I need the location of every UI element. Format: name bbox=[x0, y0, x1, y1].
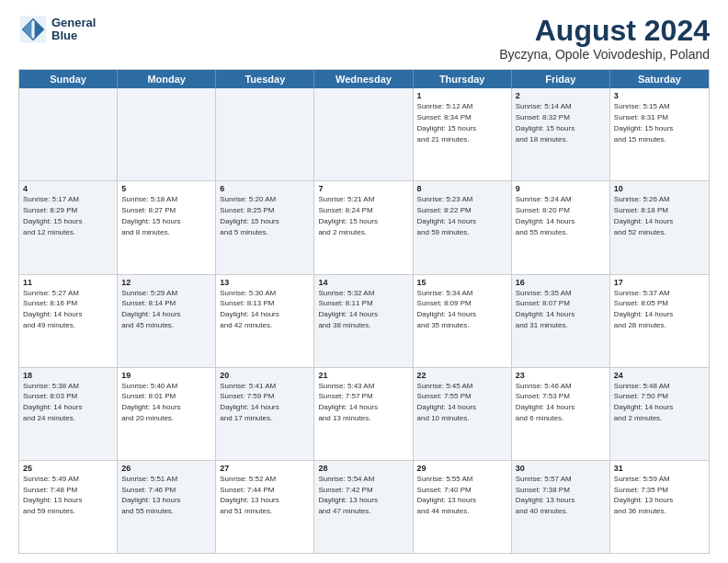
day-number: 26 bbox=[121, 464, 211, 473]
title-block: August 2024 Byczyna, Opole Voivodeship, … bbox=[499, 15, 710, 62]
day-cell-16: 16Sunrise: 5:35 AM Sunset: 8:07 PM Dayli… bbox=[512, 275, 610, 367]
day-number: 14 bbox=[318, 278, 408, 287]
day-info: Sunrise: 5:26 AM Sunset: 8:18 PM Dayligh… bbox=[614, 195, 673, 236]
day-cell-25: 25Sunrise: 5:49 AM Sunset: 7:48 PM Dayli… bbox=[19, 461, 118, 553]
week-row-5: 25Sunrise: 5:49 AM Sunset: 7:48 PM Dayli… bbox=[19, 461, 709, 553]
week-row-1: 1Sunrise: 5:12 AM Sunset: 8:34 PM Daylig… bbox=[19, 88, 709, 181]
day-number: 9 bbox=[516, 184, 606, 193]
header-day-sunday: Sunday bbox=[19, 70, 118, 88]
day-info: Sunrise: 5:17 AM Sunset: 8:29 PM Dayligh… bbox=[23, 195, 82, 236]
day-number: 28 bbox=[318, 464, 408, 473]
calendar-body: 1Sunrise: 5:12 AM Sunset: 8:34 PM Daylig… bbox=[19, 88, 709, 553]
day-cell-5: 5Sunrise: 5:18 AM Sunset: 8:27 PM Daylig… bbox=[118, 181, 216, 273]
day-cell-10: 10Sunrise: 5:26 AM Sunset: 8:18 PM Dayli… bbox=[610, 181, 709, 273]
empty-cell-0-3 bbox=[314, 88, 413, 180]
week-row-4: 18Sunrise: 5:38 AM Sunset: 8:03 PM Dayli… bbox=[19, 368, 709, 461]
day-cell-27: 27Sunrise: 5:52 AM Sunset: 7:44 PM Dayli… bbox=[216, 461, 314, 553]
day-info: Sunrise: 5:43 AM Sunset: 7:57 PM Dayligh… bbox=[318, 382, 377, 422]
day-cell-2: 2Sunrise: 5:14 AM Sunset: 8:32 PM Daylig… bbox=[512, 88, 610, 180]
day-number: 23 bbox=[516, 371, 606, 380]
day-number: 1 bbox=[417, 91, 507, 100]
header-day-wednesday: Wednesday bbox=[314, 70, 413, 88]
day-info: Sunrise: 5:37 AM Sunset: 8:05 PM Dayligh… bbox=[614, 289, 673, 329]
day-number: 7 bbox=[318, 184, 408, 193]
logo: General Blue bbox=[18, 15, 96, 44]
empty-cell-0-0 bbox=[19, 88, 118, 180]
logo-icon bbox=[18, 15, 48, 44]
day-cell-20: 20Sunrise: 5:41 AM Sunset: 7:59 PM Dayli… bbox=[216, 368, 314, 460]
day-info: Sunrise: 5:27 AM Sunset: 8:16 PM Dayligh… bbox=[23, 289, 82, 329]
day-number: 24 bbox=[614, 371, 705, 380]
day-cell-21: 21Sunrise: 5:43 AM Sunset: 7:57 PM Dayli… bbox=[314, 368, 413, 460]
day-cell-26: 26Sunrise: 5:51 AM Sunset: 7:46 PM Dayli… bbox=[118, 461, 216, 553]
day-number: 20 bbox=[220, 371, 310, 380]
day-cell-14: 14Sunrise: 5:32 AM Sunset: 8:11 PM Dayli… bbox=[314, 275, 413, 367]
day-info: Sunrise: 5:54 AM Sunset: 7:42 PM Dayligh… bbox=[318, 475, 377, 515]
day-info: Sunrise: 5:23 AM Sunset: 8:22 PM Dayligh… bbox=[417, 195, 476, 236]
calendar: SundayMondayTuesdayWednesdayThursdayFrid… bbox=[18, 69, 710, 554]
day-cell-24: 24Sunrise: 5:48 AM Sunset: 7:50 PM Dayli… bbox=[610, 368, 709, 460]
day-info: Sunrise: 5:49 AM Sunset: 7:48 PM Dayligh… bbox=[23, 475, 82, 515]
day-cell-3: 3Sunrise: 5:15 AM Sunset: 8:31 PM Daylig… bbox=[610, 88, 709, 180]
day-info: Sunrise: 5:32 AM Sunset: 8:11 PM Dayligh… bbox=[318, 289, 377, 329]
day-number: 11 bbox=[23, 278, 113, 287]
day-number: 15 bbox=[417, 278, 507, 287]
empty-cell-0-1 bbox=[118, 88, 216, 180]
day-number: 10 bbox=[614, 184, 705, 193]
day-info: Sunrise: 5:15 AM Sunset: 8:31 PM Dayligh… bbox=[614, 102, 673, 143]
day-cell-30: 30Sunrise: 5:57 AM Sunset: 7:38 PM Dayli… bbox=[512, 461, 610, 553]
header-day-monday: Monday bbox=[118, 70, 216, 88]
subtitle: Byczyna, Opole Voivodeship, Poland bbox=[499, 47, 710, 62]
day-info: Sunrise: 5:51 AM Sunset: 7:46 PM Dayligh… bbox=[121, 475, 180, 515]
day-cell-31: 31Sunrise: 5:59 AM Sunset: 7:35 PM Dayli… bbox=[610, 461, 709, 553]
logo-text: General Blue bbox=[51, 17, 96, 43]
empty-cell-0-2 bbox=[216, 88, 314, 180]
header-day-friday: Friday bbox=[512, 70, 610, 88]
day-number: 31 bbox=[614, 464, 705, 473]
day-info: Sunrise: 5:40 AM Sunset: 8:01 PM Dayligh… bbox=[121, 382, 180, 422]
day-cell-12: 12Sunrise: 5:29 AM Sunset: 8:14 PM Dayli… bbox=[118, 275, 216, 367]
page: General Blue August 2024 Byczyna, Opole … bbox=[0, 0, 728, 563]
day-number: 29 bbox=[417, 464, 507, 473]
day-info: Sunrise: 5:14 AM Sunset: 8:32 PM Dayligh… bbox=[516, 102, 574, 143]
day-info: Sunrise: 5:29 AM Sunset: 8:14 PM Dayligh… bbox=[121, 289, 180, 329]
day-number: 16 bbox=[516, 278, 606, 287]
day-info: Sunrise: 5:38 AM Sunset: 8:03 PM Dayligh… bbox=[23, 382, 82, 422]
day-number: 19 bbox=[121, 371, 211, 380]
day-number: 4 bbox=[23, 184, 113, 193]
header-day-saturday: Saturday bbox=[610, 70, 709, 88]
day-number: 21 bbox=[318, 371, 408, 380]
day-number: 18 bbox=[23, 371, 113, 380]
header-day-thursday: Thursday bbox=[414, 70, 512, 88]
day-cell-17: 17Sunrise: 5:37 AM Sunset: 8:05 PM Dayli… bbox=[610, 275, 709, 367]
day-number: 8 bbox=[417, 184, 507, 193]
day-info: Sunrise: 5:45 AM Sunset: 7:55 PM Dayligh… bbox=[417, 382, 476, 422]
calendar-header: SundayMondayTuesdayWednesdayThursdayFrid… bbox=[19, 70, 709, 88]
day-cell-23: 23Sunrise: 5:46 AM Sunset: 7:53 PM Dayli… bbox=[512, 368, 610, 460]
day-info: Sunrise: 5:24 AM Sunset: 8:20 PM Dayligh… bbox=[516, 195, 574, 236]
day-number: 22 bbox=[417, 371, 507, 380]
day-cell-13: 13Sunrise: 5:30 AM Sunset: 8:13 PM Dayli… bbox=[216, 275, 314, 367]
day-cell-29: 29Sunrise: 5:55 AM Sunset: 7:40 PM Dayli… bbox=[414, 461, 512, 553]
day-info: Sunrise: 5:34 AM Sunset: 8:09 PM Dayligh… bbox=[417, 289, 476, 329]
header-day-tuesday: Tuesday bbox=[216, 70, 314, 88]
day-cell-15: 15Sunrise: 5:34 AM Sunset: 8:09 PM Dayli… bbox=[414, 275, 512, 367]
day-cell-9: 9Sunrise: 5:24 AM Sunset: 8:20 PM Daylig… bbox=[512, 181, 610, 273]
day-cell-1: 1Sunrise: 5:12 AM Sunset: 8:34 PM Daylig… bbox=[414, 88, 512, 180]
day-number: 5 bbox=[121, 184, 211, 193]
day-info: Sunrise: 5:21 AM Sunset: 8:24 PM Dayligh… bbox=[318, 195, 377, 236]
day-number: 6 bbox=[220, 184, 310, 193]
day-info: Sunrise: 5:52 AM Sunset: 7:44 PM Dayligh… bbox=[220, 475, 279, 515]
day-info: Sunrise: 5:48 AM Sunset: 7:50 PM Dayligh… bbox=[614, 382, 673, 422]
day-info: Sunrise: 5:46 AM Sunset: 7:53 PM Dayligh… bbox=[516, 382, 574, 422]
week-row-3: 11Sunrise: 5:27 AM Sunset: 8:16 PM Dayli… bbox=[19, 275, 709, 368]
day-number: 12 bbox=[121, 278, 211, 287]
day-cell-11: 11Sunrise: 5:27 AM Sunset: 8:16 PM Dayli… bbox=[19, 275, 118, 367]
day-number: 13 bbox=[220, 278, 310, 287]
day-cell-18: 18Sunrise: 5:38 AM Sunset: 8:03 PM Dayli… bbox=[19, 368, 118, 460]
day-cell-6: 6Sunrise: 5:20 AM Sunset: 8:25 PM Daylig… bbox=[216, 181, 314, 273]
day-info: Sunrise: 5:20 AM Sunset: 8:25 PM Dayligh… bbox=[220, 195, 279, 236]
day-cell-7: 7Sunrise: 5:21 AM Sunset: 8:24 PM Daylig… bbox=[314, 181, 413, 273]
day-number: 17 bbox=[614, 278, 705, 287]
main-title: August 2024 bbox=[499, 15, 710, 47]
